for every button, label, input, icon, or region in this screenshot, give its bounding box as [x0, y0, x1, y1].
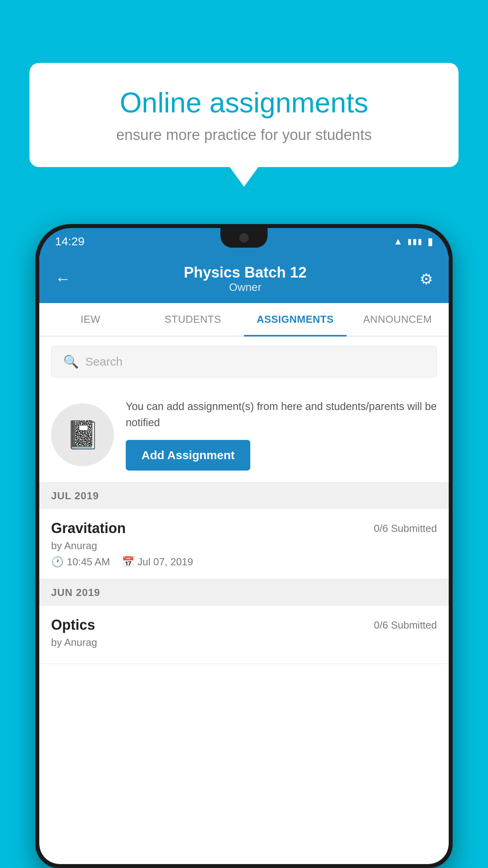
tab-announcements[interactable]: ANNOUNCEM — [347, 303, 449, 336]
assignment-row1-optics: Optics 0/6 Submitted — [51, 617, 437, 633]
search-placeholder: Search — [85, 355, 123, 368]
meta-time-gravitation: 🕐 10:45 AM — [51, 556, 110, 568]
tabs-bar: IEW STUDENTS ASSIGNMENTS ANNOUNCEM — [39, 303, 449, 337]
notebook-icon: 📓 — [66, 419, 100, 451]
assignment-meta-gravitation: 🕐 10:45 AM 📅 Jul 07, 2019 — [51, 556, 437, 568]
search-input-container[interactable]: 🔍 Search — [51, 346, 437, 377]
add-assignment-promo: 📓 You can add assignment(s) from here an… — [39, 387, 449, 483]
add-assignment-button[interactable]: Add Assignment — [126, 440, 250, 471]
signal-bars-icon — [407, 237, 423, 246]
search-icon: 🔍 — [63, 354, 79, 369]
battery-icon — [427, 235, 433, 248]
promo-icon-circle: 📓 — [51, 403, 114, 466]
assignment-row1: Gravitation 0/6 Submitted — [51, 520, 437, 537]
app-content: ← Physics Batch 12 Owner ⚙ IEW STUDENTS … — [39, 255, 449, 864]
tab-assignments[interactable]: ASSIGNMENTS — [244, 303, 347, 336]
status-time: 14:29 — [55, 235, 84, 248]
calendar-icon: 📅 — [122, 556, 134, 568]
submitted-badge-optics: 0/6 Submitted — [374, 619, 437, 631]
meta-date-gravitation: 📅 Jul 07, 2019 — [122, 556, 193, 568]
header-subtitle: Owner — [184, 281, 307, 294]
assignment-name-gravitation: Gravitation — [51, 520, 126, 537]
notch — [220, 228, 268, 248]
clock-icon: 🕐 — [51, 556, 64, 568]
phone-frame: 14:29 ← Physics Batch 12 Owner ⚙ — [35, 224, 453, 868]
status-icons — [393, 235, 433, 248]
assignment-name-optics: Optics — [51, 617, 95, 633]
settings-button[interactable]: ⚙ — [420, 270, 433, 288]
assignment-by-gravitation: by Anurag — [51, 540, 437, 552]
promo-right: You can add assignment(s) from here and … — [126, 399, 437, 471]
back-button[interactable]: ← — [55, 270, 71, 288]
header-center: Physics Batch 12 Owner — [184, 264, 307, 294]
tab-iew[interactable]: IEW — [39, 303, 142, 336]
section-header-jun: JUN 2019 — [39, 579, 449, 606]
tab-students[interactable]: STUDENTS — [142, 303, 244, 336]
speech-bubble-container: Online assignments ensure more practice … — [29, 63, 459, 167]
speech-bubble-subtitle: ensure more practice for your students — [57, 127, 431, 143]
submitted-badge-gravitation: 0/6 Submitted — [374, 522, 437, 535]
camera — [239, 233, 249, 243]
assignment-item-gravitation[interactable]: Gravitation 0/6 Submitted by Anurag 🕐 10… — [39, 509, 449, 579]
header-title: Physics Batch 12 — [184, 264, 307, 281]
speech-bubble: Online assignments ensure more practice … — [29, 63, 459, 167]
promo-text: You can add assignment(s) from here and … — [126, 399, 437, 430]
wifi-icon — [393, 236, 403, 247]
section-header-jul: JUL 2019 — [39, 483, 449, 509]
assignment-by-optics: by Anurag — [51, 636, 437, 649]
assignment-item-optics[interactable]: Optics 0/6 Submitted by Anurag — [39, 606, 449, 664]
phone-inner: 14:29 ← Physics Batch 12 Owner ⚙ — [39, 228, 449, 864]
app-header: ← Physics Batch 12 Owner ⚙ — [39, 255, 449, 303]
search-bar: 🔍 Search — [39, 337, 449, 387]
assignment-date-gravitation: Jul 07, 2019 — [138, 556, 193, 568]
speech-bubble-title: Online assignments — [57, 86, 431, 119]
assignment-time-gravitation: 10:45 AM — [67, 556, 110, 568]
status-bar: 14:29 — [39, 228, 449, 255]
